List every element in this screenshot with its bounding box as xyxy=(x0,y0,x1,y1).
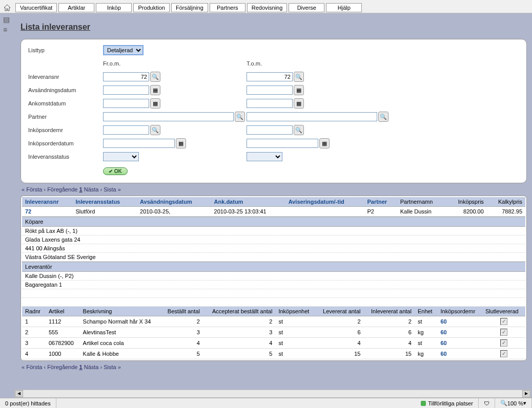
inkordernr-link[interactable]: 60 xyxy=(438,316,482,327)
home-icon[interactable] xyxy=(3,4,11,12)
kopare-line: Rökt på Lax AB (-, 1) xyxy=(22,227,525,235)
filter-panel: Listtyp Detaljerad Fr.o.m. T.o.m. Inleve… xyxy=(21,39,527,183)
lookup-icon[interactable]: 🔍 xyxy=(378,112,388,122)
table-row: 306782900Artikel coca cola44st44st60✓ xyxy=(22,338,525,349)
inkorderdatum-to-input[interactable] xyxy=(247,139,318,148)
pager-prev[interactable]: ‹ Föregående xyxy=(44,186,77,192)
from-header: Fr.o.m. xyxy=(103,60,247,67)
menu-diverse[interactable]: Diverse xyxy=(289,3,324,12)
calendar-icon[interactable]: ▦ xyxy=(294,85,304,95)
col-avsdatum[interactable]: Avsändningsdatum xyxy=(137,197,211,207)
partner-from-input[interactable] xyxy=(103,112,234,121)
pager-last[interactable]: Sista » xyxy=(104,186,121,192)
toolbar-icon-2[interactable]: ≡ xyxy=(3,26,13,34)
menu-partners[interactable]: Partners xyxy=(210,3,245,12)
status-protect-icon[interactable]: 🛡 xyxy=(479,398,495,408)
menu-artiklar[interactable]: Artiklar xyxy=(58,3,94,12)
pager-prev[interactable]: ‹ Föregående xyxy=(44,364,77,370)
checkbox-readonly: ✓ xyxy=(500,350,507,357)
ankdatum-from-input[interactable] xyxy=(103,99,149,108)
calendar-icon[interactable]: ▦ xyxy=(294,98,304,109)
col-ankdatum[interactable]: Ank.datum xyxy=(211,197,285,207)
blank-line xyxy=(22,298,525,307)
leverantor-line: Kalle Dussin (-, P2) xyxy=(22,272,525,281)
pager-next[interactable]: Nästa › xyxy=(84,186,102,192)
lookup-icon[interactable]: 🔍 xyxy=(235,112,245,122)
avsdatum-to-input[interactable] xyxy=(247,85,293,95)
calendar-icon[interactable]: ▦ xyxy=(150,85,160,95)
menu-produktion[interactable]: Produktion xyxy=(133,3,170,12)
lines-table: Radnr Artikel Beskrivning Beställt antal… xyxy=(22,307,525,359)
pager-next[interactable]: Nästa › xyxy=(84,364,102,370)
inkorderdatum-from-input[interactable] xyxy=(103,139,175,148)
avsdatum-from-input[interactable] xyxy=(103,85,149,95)
col-avisering[interactable]: Aviseringsdatum/-tid xyxy=(285,197,364,207)
listtyp-select[interactable]: Detaljerad xyxy=(103,45,144,55)
kopare-line: Glada Laxens gata 24 xyxy=(22,235,525,244)
inkordernr-link[interactable]: 60 xyxy=(438,327,482,338)
pager-top: « Första ‹ Föregående 1 Nästa › Sista » xyxy=(22,186,526,192)
col-enhet: Enhet xyxy=(415,307,438,316)
calendar-icon[interactable]: ▦ xyxy=(150,98,160,109)
inlevnr-to-input[interactable] xyxy=(247,72,293,81)
inkordernr-label: Inköpsordernr xyxy=(28,127,100,133)
table-row: 2555AlevtinasTest33st66kg60✓ xyxy=(22,327,525,338)
ankdatum-to-input[interactable] xyxy=(247,99,293,108)
menu-försäljning[interactable]: Försäljning xyxy=(171,3,208,12)
kopare-line: 441 00 Alingsås xyxy=(22,244,525,253)
col-beskrivning: Beskrivning xyxy=(80,307,161,316)
inkordernr-to-input[interactable] xyxy=(247,125,293,135)
inlevnr-link[interactable]: 72 xyxy=(22,207,72,217)
zone-icon xyxy=(421,401,426,406)
col-inlevererat: Inlevererat antal xyxy=(364,307,415,316)
inkordernr-link[interactable]: 60 xyxy=(438,349,482,359)
inkordernr-link[interactable]: 60 xyxy=(438,338,482,349)
table-row: 41000Kalle & Hobbe55st1515kg60✓ xyxy=(22,349,525,359)
kopare-head: Köpare xyxy=(22,217,525,227)
lookup-icon[interactable]: 🔍 xyxy=(294,72,304,82)
ok-button[interactable]: OK xyxy=(103,167,128,175)
avsdatum-label: Avsändningsdatum xyxy=(28,87,100,93)
ankdatum-label: Ankomstdatum xyxy=(28,100,100,106)
scroll-left-icon[interactable]: ◀ xyxy=(15,390,23,397)
lookup-icon[interactable]: 🔍 xyxy=(294,125,304,135)
pager-page: 1 xyxy=(79,186,83,192)
col-bestallt: Beställt antal xyxy=(161,307,203,316)
inlevstatus-to-select[interactable] xyxy=(247,152,282,161)
menu-hjälp[interactable]: Hjälp xyxy=(326,3,362,12)
blank-line xyxy=(22,289,525,298)
toolbar-icon-1[interactable]: ▤ xyxy=(3,15,13,24)
scroll-right-icon[interactable]: ▶ xyxy=(522,390,530,397)
calendar-icon[interactable]: ▦ xyxy=(319,138,330,148)
col-status[interactable]: Inleveransstatus xyxy=(72,197,137,207)
calendar-icon[interactable]: ▦ xyxy=(176,138,186,148)
partner-to-input[interactable] xyxy=(247,112,377,121)
listtyp-label: Listtyp xyxy=(28,47,100,53)
to-header: T.o.m. xyxy=(247,60,390,67)
inlevstatus-from-select[interactable] xyxy=(103,152,139,161)
checkbox-readonly: ✓ xyxy=(500,339,507,347)
col-artikel: Artikel xyxy=(46,307,80,316)
col-inkenhet: Inköpsenhet xyxy=(275,307,316,316)
lookup-icon[interactable]: 🔍 xyxy=(150,125,160,135)
col-levererat: Levererat antal xyxy=(316,307,363,316)
leverantor-line: Bagaregatan 1 xyxy=(22,281,525,289)
status-zoom[interactable]: 🔍 100 % ▾ xyxy=(495,398,532,408)
pager-first[interactable]: « Första xyxy=(22,364,42,370)
checkbox-readonly: ✓ xyxy=(500,329,507,336)
lookup-icon[interactable]: 🔍 xyxy=(150,72,160,82)
inkordernr-from-input[interactable] xyxy=(103,125,149,135)
delivery-table: Inleveransnr Inleveransstatus Avsändning… xyxy=(22,197,525,217)
menu-inköp[interactable]: Inköp xyxy=(96,3,132,12)
menu-redovisning[interactable]: Redovisning xyxy=(247,3,288,12)
menu-varucertifikat[interactable]: Varucertifikat xyxy=(15,3,57,12)
horizontal-scrollbar[interactable]: ◀ ▶ xyxy=(14,390,531,398)
pager-first[interactable]: « Första xyxy=(22,186,42,192)
pager-last[interactable]: Sista » xyxy=(104,364,121,370)
inkorderdatum-label: Inköpsorderdatum xyxy=(28,140,100,146)
partner-label: Partner xyxy=(28,114,100,120)
col-partner[interactable]: Partner xyxy=(364,197,397,207)
inlevnr-from-input[interactable] xyxy=(103,72,149,81)
col-inlevnr[interactable]: Inleveransnr xyxy=(22,197,72,207)
table-row: 72 Slutförd 2010-03-25, 2010-03-25 13:03… xyxy=(22,207,525,217)
